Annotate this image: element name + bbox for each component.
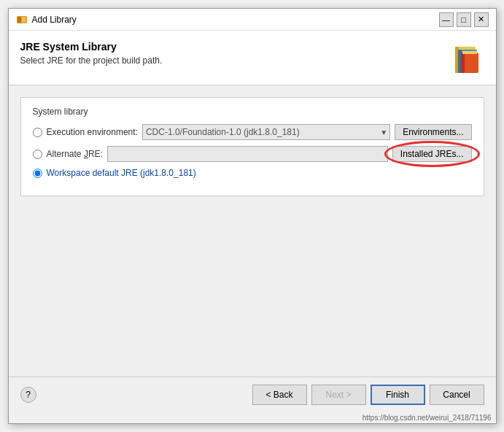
watermark: https://blog.csdn.net/weirui_2418/71196 — [9, 412, 496, 423]
installed-jres-button[interactable]: Installed JREs... — [392, 146, 472, 162]
books-icon — [448, 41, 484, 77]
title-bar: Add Library — □ ✕ — [9, 9, 496, 31]
execution-env-dropdown[interactable]: CDC-1.0/Foundation-1.0 (jdk1.8.0_181) — [142, 124, 390, 140]
title-bar-left: Add Library — [16, 14, 77, 26]
footer-right: < Back Next > Finish Cancel — [252, 385, 484, 405]
cancel-button[interactable]: Cancel — [430, 385, 484, 405]
section-title: System library — [33, 107, 472, 117]
help-button[interactable]: ? — [20, 387, 36, 403]
title-bar-controls: — □ ✕ — [439, 12, 489, 27]
execution-env-combo-wrapper: CDC-1.0/Foundation-1.0 (jdk1.8.0_181) ▼ — [142, 124, 390, 140]
alternate-jre-radio[interactable] — [33, 150, 42, 159]
alternate-jre-input[interactable]: eclipse-jee-mars — [107, 146, 388, 162]
dialog-icon — [16, 14, 28, 26]
dialog-body: System library Execution environment: CD… — [9, 85, 496, 377]
finish-button[interactable]: Finish — [371, 385, 425, 405]
header-subtitle: Select JRE for the project build path. — [20, 55, 163, 66]
close-button[interactable]: ✕ — [474, 12, 489, 27]
execution-env-radio[interactable] — [33, 128, 42, 137]
workspace-jre-radio[interactable] — [33, 169, 42, 178]
minimize-button[interactable]: — — [439, 12, 454, 27]
books-svg — [448, 41, 484, 77]
footer-left: ? — [20, 387, 36, 403]
alternate-jre-label[interactable]: Alternate JRE: — [47, 149, 103, 159]
next-button[interactable]: Next > — [311, 385, 366, 405]
dialog-header: JRE System Library Select JRE for the pr… — [9, 31, 496, 85]
svg-rect-9 — [462, 51, 477, 54]
dialog-title: Add Library — [32, 15, 77, 25]
svg-rect-1 — [18, 17, 21, 23]
execution-env-row: Execution environment: CDC-1.0/Foundatio… — [33, 124, 472, 140]
maximize-button[interactable]: □ — [457, 12, 471, 27]
header-text: JRE System Library Select JRE for the pr… — [20, 41, 163, 66]
system-library-section: System library Execution environment: CD… — [20, 97, 484, 196]
back-button[interactable]: < Back — [252, 385, 307, 405]
header-title: JRE System Library — [20, 41, 163, 53]
svg-rect-2 — [22, 17, 26, 23]
workspace-jre-label[interactable]: Workspace default JRE (jdk1.8.0_181) — [47, 168, 196, 178]
dialog-footer: ? < Back Next > Finish Cancel — [9, 377, 496, 412]
environments-button[interactable]: Environments... — [395, 124, 471, 140]
execution-env-label[interactable]: Execution environment: — [47, 127, 138, 137]
workspace-jre-row: Workspace default JRE (jdk1.8.0_181) — [33, 168, 472, 178]
add-library-dialog: Add Library — □ ✕ JRE System Library Sel… — [8, 8, 497, 424]
svg-rect-8 — [461, 53, 465, 73]
alternate-jre-row: Alternate JRE: eclipse-jee-mars Installe… — [33, 146, 472, 162]
